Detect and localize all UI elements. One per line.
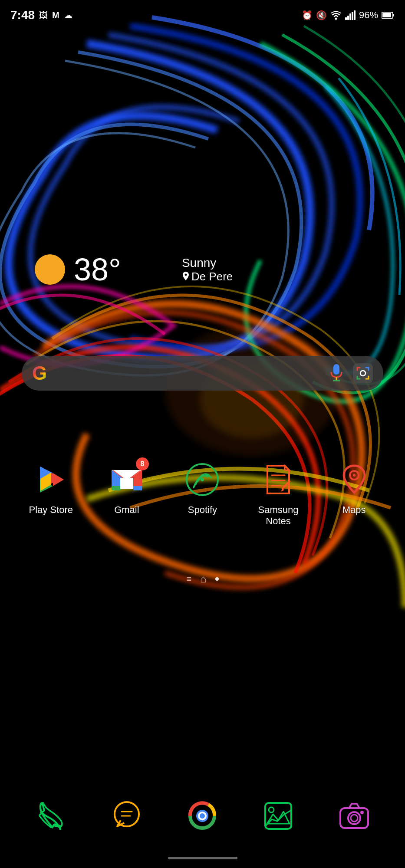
svg-rect-11	[382, 13, 391, 17]
gmail-status-icon: M	[52, 10, 59, 20]
svg-rect-10	[393, 14, 394, 16]
status-bar-right: ⏰ 🔇 96%	[302, 10, 395, 21]
status-bar-left: 7:48 🖼 M ☁	[10, 8, 72, 22]
nav-dot-active	[215, 577, 219, 581]
spotify-label: Spotify	[188, 504, 217, 516]
svg-rect-38	[340, 808, 368, 828]
battery-text: 96%	[359, 10, 378, 21]
play-store-icon	[31, 460, 70, 499]
samsung-notes-label: SamsungNotes	[258, 504, 299, 527]
app-row: Play Store 8	[0, 460, 405, 527]
weather-condition: Sunny	[182, 256, 216, 270]
dock-gallery[interactable]	[252, 799, 304, 833]
app-item-gmail[interactable]: 8 Gmail	[96, 460, 157, 516]
svg-point-35	[200, 813, 205, 819]
gmail-badge: 8	[136, 457, 149, 470]
signal-icon	[345, 10, 356, 20]
chrome-icon	[185, 799, 220, 833]
svg-rect-5	[347, 16, 349, 20]
phone-icon	[33, 799, 68, 833]
dock-messages[interactable]	[101, 799, 153, 833]
google-g-logo: G	[32, 362, 47, 384]
search-bar-icons	[329, 363, 373, 383]
svg-rect-20	[133, 486, 142, 490]
app-item-samsung-notes[interactable]: SamsungNotes	[248, 460, 309, 527]
cloud-status-icon: ☁	[64, 10, 72, 20]
battery-icon	[382, 11, 395, 19]
nav-recent-icon[interactable]: ≡	[186, 574, 191, 584]
gallery-icon	[261, 799, 296, 833]
svg-point-15	[360, 371, 365, 376]
nav-dots: ≡ ⌂	[0, 573, 405, 585]
svg-point-3	[335, 18, 337, 20]
app-item-maps[interactable]: Maps	[324, 460, 385, 516]
app-item-spotify[interactable]: Spotify	[172, 460, 233, 516]
svg-rect-36	[265, 803, 291, 829]
messages-icon	[109, 799, 144, 833]
maps-label: Maps	[342, 504, 366, 516]
weather-sun-icon	[35, 254, 65, 285]
camera-icon	[337, 799, 372, 833]
svg-point-37	[269, 807, 274, 812]
status-bar: 7:48 🖼 M ☁ ⏰ 🔇 96%	[0, 0, 405, 30]
gmail-icon: 8	[107, 460, 146, 499]
photo-status-icon: 🖼	[39, 10, 48, 20]
google-lens-icon[interactable]	[353, 363, 373, 383]
weather-temperature: 38°	[74, 252, 121, 287]
svg-rect-4	[345, 17, 347, 20]
wallpaper	[0, 0, 405, 868]
play-store-label: Play Store	[29, 504, 73, 516]
microphone-icon[interactable]	[329, 364, 344, 382]
status-time: 7:48	[10, 8, 35, 22]
svg-rect-8	[354, 10, 356, 20]
dock-phone[interactable]	[25, 799, 77, 833]
svg-rect-6	[349, 13, 351, 20]
samsung-notes-icon	[259, 460, 298, 499]
weather-widget[interactable]: 38° Sunny De Pere	[35, 252, 233, 287]
wifi-icon	[330, 10, 342, 20]
gmail-label: Gmail	[114, 504, 139, 516]
svg-rect-18	[112, 486, 120, 490]
svg-rect-12	[333, 364, 339, 375]
alarm-icon: ⏰	[302, 10, 313, 20]
svg-point-40	[351, 815, 358, 822]
svg-rect-7	[352, 12, 353, 20]
dock-camera[interactable]	[328, 799, 380, 833]
mute-icon: 🔇	[316, 10, 327, 20]
search-bar[interactable]: G	[22, 356, 383, 391]
weather-info: Sunny De Pere	[182, 256, 233, 283]
app-item-play-store[interactable]: Play Store	[20, 460, 81, 516]
svg-point-41	[360, 811, 364, 814]
dock-chrome[interactable]	[176, 799, 228, 833]
gesture-bar	[168, 857, 237, 859]
bottom-dock	[0, 799, 405, 833]
svg-point-28	[353, 474, 356, 477]
maps-icon	[335, 460, 374, 499]
weather-location: De Pere	[182, 270, 233, 283]
svg-point-22	[201, 478, 204, 481]
svg-point-29	[115, 802, 139, 826]
svg-rect-19	[120, 478, 133, 489]
location-icon	[182, 272, 190, 281]
spotify-icon	[183, 460, 222, 499]
svg-point-39	[348, 812, 360, 824]
nav-home-icon[interactable]: ⌂	[200, 573, 207, 585]
